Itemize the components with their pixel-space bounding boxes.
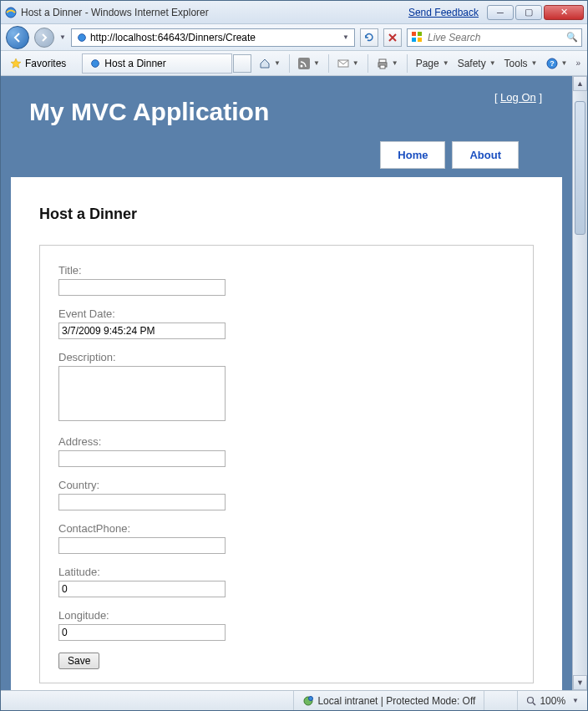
phone-input[interactable] (58, 537, 226, 554)
svg-point-1 (79, 33, 86, 41)
url-input[interactable] (90, 30, 339, 45)
chevron-down-icon: ▼ (274, 59, 281, 67)
eventdate-input[interactable] (58, 322, 226, 339)
maximize-button[interactable]: ▢ (515, 5, 542, 20)
svg-rect-12 (380, 65, 385, 69)
ie-icon (4, 6, 18, 19)
svg-rect-3 (418, 32, 422, 36)
favorites-button[interactable]: Favorites (4, 55, 72, 72)
print-button[interactable]: ▼ (373, 56, 402, 71)
svg-line-18 (533, 703, 535, 705)
search-input[interactable] (428, 32, 563, 43)
minimize-button[interactable]: ─ (487, 5, 514, 20)
page-header: [ Log On ] My MVC Application Home About (6, 81, 567, 177)
globe-icon (302, 695, 314, 707)
zoom-control[interactable]: 100% ▼ (517, 691, 587, 710)
country-label: Country: (58, 479, 514, 491)
scroll-up-icon[interactable]: ▲ (573, 76, 587, 91)
page-icon (75, 31, 89, 44)
chevron-down-icon: ▼ (572, 697, 579, 704)
address-dropdown-icon[interactable]: ▼ (339, 33, 352, 41)
page-heading: Host a Dinner (39, 206, 534, 223)
chevron-down-icon: ▼ (392, 59, 398, 67)
browser-tab[interactable]: Host a Dinner (82, 53, 232, 74)
home-button[interactable]: ▼ (256, 56, 284, 71)
mail-button[interactable]: ▼ (334, 57, 362, 70)
latitude-label: Latitude: (58, 566, 514, 578)
svg-point-16 (309, 696, 313, 700)
svg-rect-4 (412, 38, 416, 42)
nav-home[interactable]: Home (380, 141, 445, 169)
help-icon: ? (546, 58, 558, 69)
search-go-icon[interactable]: 🔍 (563, 32, 578, 43)
longitude-input[interactable] (58, 624, 226, 641)
tab-title: Host a Dinner (104, 58, 165, 69)
svg-rect-5 (418, 38, 422, 42)
dinner-form: Title: Event Date: Description: Add (39, 245, 534, 683)
command-toolbar: Favorites Host a Dinner ▼ ▼ ▼ ▼ Page▼ Sa… (1, 51, 587, 76)
safety-menu[interactable]: Safety▼ (454, 56, 499, 71)
window-title: Host a Dinner - Windows Internet Explore… (21, 7, 209, 18)
chevron-down-icon: ▼ (313, 59, 320, 67)
svg-point-17 (528, 697, 534, 703)
home-icon (259, 58, 271, 69)
save-button[interactable]: Save (58, 653, 99, 669)
stop-button[interactable] (383, 28, 402, 47)
tab-page-icon (89, 58, 101, 69)
svg-point-6 (92, 59, 99, 67)
nav-about[interactable]: About (452, 141, 519, 169)
address-bar[interactable]: ▼ (71, 28, 355, 47)
refresh-button[interactable] (360, 28, 378, 47)
toolbar-overflow[interactable]: » (572, 57, 584, 69)
search-bar[interactable]: 🔍 (407, 28, 582, 47)
page-content: Host a Dinner Title: Event Date: Descrip… (11, 177, 562, 690)
zoom-icon (526, 696, 536, 706)
mail-icon (337, 58, 349, 69)
star-icon (10, 58, 22, 69)
history-dropdown-icon[interactable]: ▼ (59, 33, 66, 41)
description-input[interactable] (58, 366, 226, 421)
eventdate-label: Event Date: (58, 307, 514, 320)
status-bar: Local intranet | Protected Mode: Off 100… (1, 690, 587, 710)
send-feedback-link[interactable]: Send Feedback (408, 7, 479, 18)
new-tab-button[interactable] (233, 54, 251, 73)
print-icon (377, 58, 388, 69)
description-label: Description: (58, 351, 514, 363)
country-input[interactable] (58, 494, 226, 510)
tools-menu[interactable]: Tools▼ (501, 56, 541, 71)
close-button[interactable]: ✕ (544, 5, 584, 20)
feeds-button[interactable]: ▼ (295, 56, 323, 71)
app-title: My MVC Application (29, 98, 544, 126)
browser-viewport: [ Log On ] My MVC Application Home About… (1, 76, 587, 690)
favorites-label: Favorites (25, 58, 66, 69)
page-menu[interactable]: Page▼ (413, 56, 453, 71)
logon-link[interactable]: Log On (500, 91, 536, 104)
security-zone[interactable]: Local intranet | Protected Mode: Off (293, 691, 484, 710)
phone-label: ContactPhone: (58, 522, 514, 535)
login-section: [ Log On ] (494, 91, 542, 104)
title-input[interactable] (58, 279, 226, 296)
vertical-scrollbar[interactable]: ▲ ▼ (572, 76, 587, 690)
address-input[interactable] (58, 450, 226, 467)
chevron-down-icon: ▼ (352, 59, 359, 67)
forward-button[interactable] (34, 28, 54, 48)
svg-rect-10 (379, 59, 386, 63)
svg-point-8 (300, 64, 302, 67)
latitude-input[interactable] (58, 581, 226, 597)
title-label: Title: (58, 264, 514, 277)
nav-toolbar: ▼ ▼ 🔍 (1, 24, 587, 51)
window-titlebar: Host a Dinner - Windows Internet Explore… (1, 1, 587, 24)
svg-text:?: ? (550, 59, 555, 68)
scroll-down-icon[interactable]: ▼ (573, 675, 587, 690)
rss-icon (298, 58, 310, 69)
live-search-icon (411, 31, 424, 44)
help-button[interactable]: ? ▼ (543, 56, 571, 71)
scroll-thumb[interactable] (575, 101, 585, 235)
longitude-label: Longitude: (58, 609, 514, 622)
address-label: Address: (58, 435, 514, 448)
back-button[interactable] (6, 26, 29, 49)
status-spacer (484, 691, 517, 710)
svg-rect-2 (412, 32, 416, 36)
